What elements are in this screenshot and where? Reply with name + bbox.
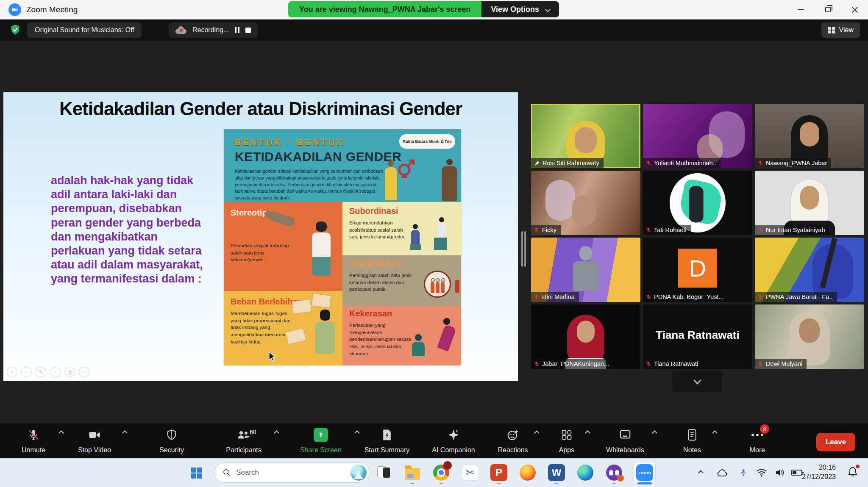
start-summary-button[interactable]: Start Summary — [355, 426, 419, 457]
word-icon: W — [548, 464, 565, 481]
onedrive-cloud-icon[interactable] — [716, 462, 728, 483]
powerpoint-button[interactable]: P — [488, 462, 509, 483]
windows-taskbar: Search ✂ P W — [0, 458, 868, 487]
participant-tile-nur-intan[interactable]: Nur Intan Syabaniyah — [755, 171, 864, 235]
summary-document-icon — [381, 428, 392, 442]
active-app-indicator — [637, 482, 652, 484]
participant-tile-ficky[interactable]: Ficky — [531, 171, 640, 235]
more-button[interactable]: 8 More — [726, 426, 789, 457]
participant-tile-yulianti[interactable]: Yulianti Muthmainnah.. — [643, 104, 752, 168]
slide-title: Ketidakadilan Gender atau Diskriminasi G… — [3, 98, 518, 119]
search-placeholder: Search — [236, 468, 345, 477]
participant-tile-rini[interactable]: Rini Marlina — [531, 238, 640, 302]
shared-screen-slide: Ketidakadilan Gender atau Diskriminasi G… — [3, 92, 518, 381]
infographic: BENTUK - BENTUK KETIDAKADILAN GENDER Ket… — [224, 129, 461, 365]
discord-button[interactable] — [604, 462, 625, 483]
burdened-woman-illustration — [315, 310, 335, 354]
next-slide-button[interactable]: › — [21, 367, 32, 377]
show-all-slides-button[interactable]: ▫ — [50, 367, 61, 377]
unmute-button[interactable]: Unmute — [2, 426, 65, 457]
weather-widget-icon[interactable] — [351, 465, 367, 481]
zoom-slide-button[interactable]: ◎ — [64, 367, 75, 377]
chrome-badge — [443, 461, 452, 470]
firefox-button[interactable] — [517, 462, 538, 483]
participant-name: Nawang_PWNA Jabar — [766, 160, 827, 166]
section-subordinasi: Subordinasi Sikap merendahkan posisi/sta… — [342, 202, 461, 255]
infographic-intro: Ketidakadilan gender adalah ketidakadila… — [235, 168, 392, 202]
participant-tile-tiana[interactable]: Tiana Ratnawati Tiana Ratnawati — [643, 304, 752, 369]
participant-tile-pdna-bogor[interactable]: D PDNA Kab. Bogor_Yust... — [643, 238, 752, 302]
original-sound-toggle[interactable]: Original Sound for Musicians: Off — [27, 22, 142, 38]
participant-tile-dewi[interactable]: Dewi Mulyani — [755, 304, 864, 369]
share-screen-button[interactable]: Share Screen — [289, 426, 353, 457]
more-badge: 8 — [760, 424, 769, 434]
chevron-down-icon — [693, 376, 701, 384]
edge-icon — [577, 465, 593, 481]
infographic-header: BENTUK - BENTUK KETIDAKADILAN GENDER Ket… — [224, 129, 461, 202]
maximize-button[interactable] — [815, 0, 841, 19]
whiteboards-button[interactable]: Whiteboards — [593, 426, 657, 457]
recording-label: Recording... — [192, 26, 229, 34]
window-title: Zoom Meeting — [26, 5, 78, 14]
panel-resize-handle[interactable] — [521, 231, 526, 267]
snipping-tool-button[interactable]: ✂ — [459, 462, 481, 483]
ai-companion-button[interactable]: AI Companion — [422, 426, 485, 457]
apps-button[interactable]: Apps — [535, 426, 598, 457]
participant-tile-jabar-kuningan[interactable]: Jabar_PDNAKuningan... — [531, 304, 640, 369]
chrome-icon — [433, 465, 449, 481]
view-button[interactable]: View — [821, 22, 860, 38]
participant-tile-nawang[interactable]: Nawang_PWNA Jabar — [755, 104, 864, 168]
excluded-person-illustration — [455, 280, 459, 293]
encryption-shield-icon[interactable] — [9, 24, 21, 37]
leave-button[interactable]: Leave — [816, 433, 855, 451]
stop-recording-button[interactable] — [245, 28, 251, 33]
section-kekerasan: Kekerasan Perlakukan yang mengakibatkan … — [342, 306, 461, 365]
more-dots-icon — [751, 434, 763, 436]
participant-name: PWNA Jawa Barat - Fa.. — [766, 293, 832, 300]
mic-muted-icon — [534, 361, 540, 367]
zoom-meeting-window: Zoom Meeting You are viewing Nawang_PWNA… — [0, 0, 868, 487]
stop-video-button[interactable]: Stop Video — [63, 426, 126, 457]
notifications-button[interactable] — [848, 466, 858, 479]
wifi-icon[interactable] — [756, 462, 767, 483]
word-button[interactable]: W — [546, 462, 567, 483]
woman-illustration — [385, 160, 397, 200]
participant-name: Yulianti Muthmainnah.. — [654, 160, 716, 166]
taskbar-clock[interactable]: 20:16 27/12/2023 — [802, 463, 836, 482]
chrome-button[interactable] — [431, 462, 452, 483]
volume-icon[interactable] — [775, 462, 785, 483]
file-explorer-button[interactable] — [402, 462, 423, 483]
group-circle-illustration — [424, 271, 451, 298]
close-icon — [851, 6, 858, 13]
task-view-button[interactable] — [373, 462, 394, 483]
microphone-tray-icon[interactable] — [739, 462, 748, 483]
zoom-app-button[interactable]: zoom — [634, 462, 655, 483]
participant-tile-tati[interactable]: Tati Rohaeti — [643, 171, 752, 235]
close-button[interactable] — [842, 0, 868, 19]
taskbar-search[interactable]: Search — [214, 462, 370, 483]
more-options-button[interactable]: ⋯ — [79, 367, 89, 377]
participant-name: Tati Rohaeti — [654, 227, 687, 233]
participants-page-down-button[interactable] — [672, 371, 722, 392]
security-button[interactable]: Security — [140, 426, 203, 457]
mic-muted-icon — [534, 294, 540, 300]
participant-tile-rosi[interactable]: Rosi Siti Rahmawaty — [531, 104, 640, 168]
tray-chevron-button[interactable] — [699, 462, 703, 483]
view-options-button[interactable]: View Options — [481, 1, 559, 17]
stereotip-woman-illustration — [312, 221, 331, 276]
notes-icon — [687, 428, 698, 442]
participants-button[interactable]: 60 Participants — [212, 426, 275, 457]
prev-slide-button[interactable]: ‹ — [7, 367, 17, 377]
infographic-title: KETIDAKADILAN GENDER — [235, 149, 401, 164]
start-button[interactable] — [186, 462, 207, 483]
powerpoint-icon: P — [490, 464, 507, 481]
edge-button[interactable] — [575, 462, 596, 483]
pen-tool-button[interactable]: ✎ — [36, 367, 46, 377]
infographic-kicker: BENTUK - BENTUK — [235, 138, 345, 147]
participant-name: Rini Marlina — [542, 293, 575, 300]
participant-tile-pwna-jabar[interactable]: PWNA Jawa Barat - Fa.. — [755, 238, 864, 302]
restore-icon — [825, 7, 831, 12]
pause-recording-button[interactable] — [235, 27, 239, 33]
minimize-button[interactable] — [787, 0, 814, 19]
zoom-logo-icon — [8, 3, 21, 16]
